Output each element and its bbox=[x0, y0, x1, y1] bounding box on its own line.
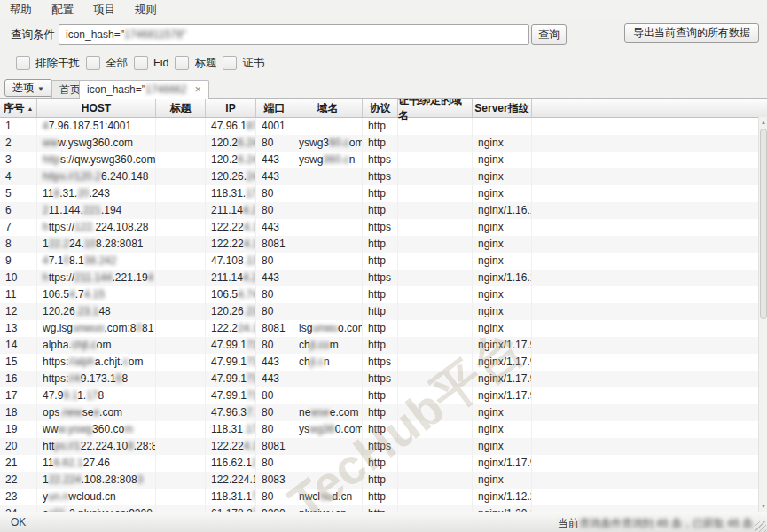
cell-protocol: http bbox=[363, 337, 398, 354]
cell-host: https://49.173.168 bbox=[37, 371, 156, 387]
cell-cert bbox=[398, 455, 473, 472]
cell-ip: 118.31.171.243 bbox=[206, 421, 256, 438]
cell-protocol: https bbox=[363, 152, 398, 168]
cell-server: nginx/1.16.1 bbox=[473, 202, 532, 219]
query-input[interactable]: icon_hash="1746811578" bbox=[59, 24, 529, 45]
filter-label: 全部 bbox=[106, 56, 128, 71]
filter-label: 标题 bbox=[194, 56, 216, 71]
table-row[interactable]: 8122.224.108.28:8081122.224.108.288081ht… bbox=[0, 236, 767, 253]
table-row[interactable]: 15https://alpha.chjt.com47.99.173.173443… bbox=[0, 354, 767, 371]
cell-server: nginx bbox=[473, 219, 532, 236]
filter-title: 标题 bbox=[175, 56, 216, 71]
table-row[interactable]: 7https://122.224.108.28122.224.108.28443… bbox=[0, 219, 767, 236]
cell-no: 11 bbox=[0, 286, 37, 303]
vertical-scrollbar[interactable]: ▲ ▼ bbox=[758, 117, 767, 512]
cell-filler bbox=[532, 270, 767, 286]
results-table: 序号▲HOST标题IP端口域名协议证书绑定的域名Server指纹 147.96.… bbox=[0, 99, 767, 512]
column-header-no[interactable]: 序号▲ bbox=[0, 99, 37, 117]
table-row[interactable]: 1747.99.11.17847.99.173.16880httpnginx/1… bbox=[0, 387, 767, 404]
cell-filler bbox=[532, 286, 767, 303]
table-row[interactable]: 2www.yswg360.com120.26.240.14880yswg360.… bbox=[0, 135, 767, 152]
cell-protocol: http bbox=[363, 303, 398, 320]
menu-item-help[interactable]: 帮助 bbox=[0, 0, 42, 20]
table-row[interactable]: 3https://qw.yswg360.com120.26.240.148443… bbox=[0, 152, 767, 168]
table-row[interactable]: 14alpha.chjt.com47.99.173.16880chjt.comh… bbox=[0, 337, 767, 354]
tab-query-result[interactable]: icon_hash="1746662× bbox=[79, 80, 209, 99]
table-row[interactable]: 20https://122.224.108.28:8081122.224.108… bbox=[0, 438, 767, 455]
table-row[interactable]: 12120.26.23.148120.26.231.1880httpnginx bbox=[0, 303, 767, 320]
cell-port: 443 bbox=[256, 168, 293, 185]
column-header-protocol[interactable]: 协议 bbox=[363, 99, 398, 117]
options-dropdown-button[interactable]: 选项▼ bbox=[4, 79, 52, 97]
table-row[interactable]: 10https://211.144.221.194211.144.221.194… bbox=[0, 270, 767, 286]
close-tab-icon[interactable]: × bbox=[195, 83, 201, 96]
filter-exclude-noise: 排除干扰 bbox=[16, 56, 80, 71]
cell-server: nginx bbox=[473, 320, 532, 337]
cell-server: nginx/1.17.9 bbox=[473, 371, 532, 387]
cell-port: 443 bbox=[256, 219, 293, 236]
query-value-redacted: 1746811578" bbox=[124, 28, 186, 41]
scroll-down-icon[interactable]: ▼ bbox=[759, 501, 767, 512]
table-row[interactable]: 19www.yswg360.com118.31.171.24380yswg360… bbox=[0, 421, 767, 438]
table-row[interactable]: 21116.62.127.46116.62.127.4680httpnginx/… bbox=[0, 455, 767, 472]
column-header-ip[interactable]: IP bbox=[206, 99, 256, 117]
resize-grip[interactable] bbox=[755, 521, 766, 532]
cell-host: https://qw.yswg360.com bbox=[37, 152, 156, 168]
export-all-button[interactable]: 导出当前查询的所有数据 bbox=[624, 23, 759, 43]
menu-item-rules[interactable]: 规则 bbox=[125, 0, 167, 20]
table-row[interactable]: 147.96.187.51:400147.96.187.514001http bbox=[0, 118, 767, 135]
cell-server: nginx bbox=[473, 236, 532, 253]
cell-no: 20 bbox=[0, 438, 37, 455]
fid-checkbox[interactable] bbox=[134, 56, 148, 70]
column-header-host[interactable]: HOST bbox=[37, 99, 156, 117]
column-header-port[interactable]: 端口 bbox=[256, 99, 293, 117]
cell-host: wg.lsgunwuo.com:8081 bbox=[37, 320, 156, 337]
cert-checkbox[interactable] bbox=[223, 56, 237, 70]
table-row[interactable]: 22122.224.108.28:8083122.224.108.288083h… bbox=[0, 472, 767, 489]
cell-host: 47.108.138.242 bbox=[37, 253, 156, 270]
column-header-domain[interactable]: 域名 bbox=[293, 99, 363, 117]
table-row[interactable]: 947.108.138.24247.108.135.4280httpnginx bbox=[0, 253, 767, 270]
cell-filler bbox=[532, 168, 767, 185]
cell-title bbox=[156, 253, 206, 270]
cell-host: es01-2.plxsiwy.cn:9200 bbox=[37, 505, 156, 512]
menu-item-project[interactable]: 项目 bbox=[83, 0, 125, 20]
search-button[interactable]: 查询 bbox=[531, 24, 567, 45]
cell-ip: 116.62.127.46 bbox=[206, 455, 256, 472]
cell-port: 4001 bbox=[256, 118, 293, 135]
cell-host: 120.26.23.148 bbox=[37, 303, 156, 320]
scroll-up-icon[interactable]: ▲ bbox=[759, 117, 767, 128]
cell-cert bbox=[398, 152, 473, 168]
column-header-title[interactable]: 标题 bbox=[156, 99, 206, 117]
table-row[interactable]: 5118.31.20.243118.31.171.24380httpnginx bbox=[0, 185, 767, 202]
status-message: OK bbox=[11, 516, 26, 528]
cell-server: nginx bbox=[473, 152, 532, 168]
exclude-noise-checkbox[interactable] bbox=[16, 56, 30, 70]
menu-item-config[interactable]: 配置 bbox=[42, 0, 83, 20]
table-row[interactable]: 11106.54.74.15106.54.74.1580httpnginx bbox=[0, 286, 767, 303]
cell-cert bbox=[398, 219, 473, 236]
table-row[interactable]: 24es01-2.plxsiwy.cn:920061.178.27.209200… bbox=[0, 505, 767, 512]
cell-protocol: http bbox=[363, 135, 398, 152]
cell-filler bbox=[532, 371, 767, 387]
cell-ip: 118.31.171.243 bbox=[206, 489, 256, 505]
cell-ip: 122.224.108.28 bbox=[206, 219, 256, 236]
table-row[interactable]: 13wg.lsgunwuo.com:8081122.224.108.288081… bbox=[0, 320, 767, 337]
cell-host: alpha.chjt.com bbox=[37, 337, 156, 354]
chevron-down-icon: ▼ bbox=[37, 85, 44, 93]
all-checkbox[interactable] bbox=[86, 56, 100, 70]
column-header-cert[interactable]: 证书绑定的域名 bbox=[398, 99, 473, 117]
title-checkbox[interactable] bbox=[175, 56, 189, 70]
table-row[interactable]: 4https://120.26.240.148120.26.240.148443… bbox=[0, 168, 767, 185]
scrollbar-thumb[interactable] bbox=[760, 129, 767, 319]
column-header-server[interactable]: Server指纹 bbox=[473, 99, 532, 117]
table-row[interactable]: 23yun.nwcloud.cn118.31.171.24380nwcloud.… bbox=[0, 489, 767, 505]
table-row[interactable]: 6211.144.221.194211.144.221.19480httpngi… bbox=[0, 202, 767, 219]
cell-port: 8081 bbox=[256, 320, 293, 337]
cell-port: 443 bbox=[256, 371, 293, 387]
table-row[interactable]: 18ops.newsee.com47.96.37.7580newsee.comh… bbox=[0, 404, 767, 421]
cell-protocol: http bbox=[363, 185, 398, 202]
cell-host: https://120.26.240.148 bbox=[37, 168, 156, 185]
table-row[interactable]: 16https://49.173.16847.99.173.168443http… bbox=[0, 371, 767, 387]
cell-no: 23 bbox=[0, 489, 37, 505]
